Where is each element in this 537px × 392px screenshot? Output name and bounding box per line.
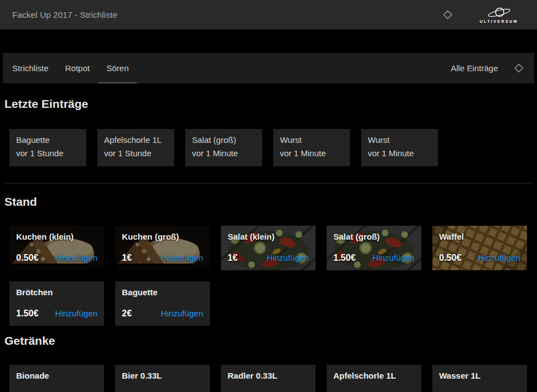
recent-entries-title: Letzte Einträge [4, 97, 537, 111]
product-name: Baguette [122, 287, 203, 297]
product-card-bier[interactable]: Bier 0.33L [115, 365, 210, 392]
product-name: Salat (groß) [333, 232, 415, 241]
product-card-kuchen-klein[interactable]: Kuchen (klein) 0.50€ Hinzufügen [9, 226, 104, 270]
tab-label: Rotpot [65, 63, 90, 73]
product-name: Wasser 1L [439, 371, 520, 380]
entry-name: Baguette [16, 135, 80, 145]
product-name: Brötchen [16, 287, 97, 297]
product-content: Baguette 2€ Hinzufügen [115, 281, 210, 326]
product-name: Apfelschorle 1L [333, 371, 415, 380]
product-name: Kuchen (groß) [122, 232, 203, 241]
product-price: 1.50€ [333, 253, 356, 263]
tab-label: Sören [106, 63, 129, 73]
add-button[interactable]: Hinzufügen [55, 309, 97, 318]
product-content: Kuchen (klein) 0.50€ Hinzufügen [9, 226, 104, 270]
entry-time: vor 1 Stunde [104, 148, 167, 158]
product-content: Bier 0.33L [115, 365, 210, 392]
product-content: Apfelschorle 1L [327, 365, 421, 392]
add-button[interactable]: Hinzufügen [55, 253, 97, 262]
product-card-salat-gross[interactable]: Salat (groß) 1.50€ Hinzufügen [327, 226, 421, 270]
product-name: Bionade [16, 371, 97, 380]
product-bottom: 1.50€ Hinzufügen [333, 253, 415, 263]
add-button[interactable]: Hinzufügen [267, 253, 309, 262]
product-card-wasser[interactable]: Wasser 1L [432, 365, 527, 392]
product-card-salat-klein[interactable]: Salat (klein) 1€ Hinzufügen [221, 226, 316, 270]
product-content: Wasser 1L [432, 365, 527, 392]
product-price: 1€ [228, 253, 238, 263]
product-bottom: 2€ Hinzufügen [122, 309, 203, 319]
product-bottom: 1.50€ Hinzufügen [16, 309, 97, 319]
topbar: Fackel Up 2017 - Strichliste ULTIVERSUM [0, 0, 537, 29]
product-name: Radler 0.33L [228, 371, 309, 380]
product-name: Kuchen (klein) [16, 232, 97, 241]
recent-entries-row: Baguette vor 1 Stunde Apfelschorle 1L vo… [9, 129, 537, 166]
product-price: 0.50€ [16, 253, 38, 263]
product-bottom: 1€ Hinzufügen [228, 253, 309, 263]
topbar-right-group: ULTIVERSUM [445, 7, 518, 23]
recent-entry[interactable]: Baguette vor 1 Stunde [9, 129, 86, 166]
product-price: 1.50€ [16, 309, 38, 319]
ultiversum-logo: ULTIVERSUM [480, 7, 518, 23]
product-content: Brötchen 1.50€ Hinzufügen [9, 281, 104, 326]
add-button[interactable]: Hinzufügen [161, 309, 203, 318]
tab-strichliste[interactable]: Strichliste [4, 53, 57, 83]
entry-time: vor 1 Minute [192, 148, 255, 158]
stand-row-1: Kuchen (klein) 0.50€ Hinzufügen Kuchen (… [9, 226, 537, 270]
app-title: Fackel Up 2017 - Strichliste [12, 10, 117, 19]
product-card-apfelschorle[interactable]: Apfelschorle 1L [327, 365, 421, 392]
entry-name: Wurst [368, 135, 431, 145]
product-name: Salat (klein) [228, 232, 309, 241]
product-card-baguette[interactable]: Baguette 2€ Hinzufügen [115, 281, 210, 326]
entry-time: vor 1 Minute [280, 148, 343, 158]
product-bottom: 0.50€ Hinzufügen [439, 253, 520, 263]
brand-name: ULTIVERSUM [480, 19, 518, 23]
tab-rotpot[interactable]: Rotpot [57, 53, 98, 83]
product-price: 1€ [122, 253, 132, 263]
product-card-kuchen-gross[interactable]: Kuchen (groß) 1€ Hinzufügen [115, 226, 210, 270]
product-price: 0.50€ [439, 253, 461, 263]
navbar-right-group: Alle Einträge [451, 53, 534, 83]
product-name: Waffel [439, 232, 520, 241]
add-button[interactable]: Hinzufügen [372, 253, 415, 262]
recent-entry[interactable]: Apfelschorle 1L vor 1 Stunde [97, 129, 174, 166]
product-content: Waffel 0.50€ Hinzufügen [432, 226, 527, 270]
product-content: Kuchen (groß) 1€ Hinzufügen [115, 226, 210, 270]
product-price: 2€ [122, 309, 132, 319]
all-entries-link[interactable]: Alle Einträge [451, 63, 498, 73]
drinks-row: Bionade Bier 0.33L Radler 0.33L Apfelsch… [9, 365, 537, 392]
add-button[interactable]: Hinzufügen [161, 253, 203, 262]
entry-name: Apfelschorle 1L [104, 135, 167, 145]
product-card-waffel[interactable]: Waffel 0.50€ Hinzufügen [432, 226, 527, 270]
section-divider [4, 183, 533, 183]
entry-name: Wurst [280, 135, 343, 145]
entry-time: vor 1 Stunde [16, 148, 80, 158]
product-content: Radler 0.33L [221, 365, 316, 392]
product-content: Salat (groß) 1.50€ Hinzufügen [327, 226, 421, 270]
diamond-icon[interactable] [515, 64, 524, 73]
stand-title: Stand [4, 195, 537, 209]
product-card-bionade[interactable]: Bionade [9, 365, 104, 392]
product-card-broetchen[interactable]: Brötchen 1.50€ Hinzufügen [9, 281, 104, 326]
diamond-icon[interactable] [444, 11, 452, 19]
product-name: Bier 0.33L [122, 371, 203, 380]
tab-label: Strichliste [12, 63, 48, 73]
add-button[interactable]: Hinzufügen [478, 253, 520, 262]
drinks-title: Getränke [4, 334, 537, 348]
product-card-radler[interactable]: Radler 0.33L [221, 365, 316, 392]
entry-time: vor 1 Minute [368, 148, 431, 158]
entry-name: Salat (groß) [192, 135, 255, 145]
ringed-planet-icon [484, 7, 514, 19]
tab-soeren[interactable]: Sören [98, 53, 137, 83]
stand-row-2: Brötchen 1.50€ Hinzufügen Baguette 2€ Hi… [9, 281, 537, 326]
product-content: Bionade [9, 365, 104, 392]
recent-entry[interactable]: Wurst vor 1 Minute [273, 129, 350, 166]
recent-entry[interactable]: Salat (groß) vor 1 Minute [185, 129, 262, 166]
navbar: Strichliste Rotpot Sören Alle Einträge [3, 53, 534, 83]
product-content: Salat (klein) 1€ Hinzufügen [221, 226, 316, 270]
product-bottom: 0.50€ Hinzufügen [16, 253, 97, 263]
product-bottom: 1€ Hinzufügen [122, 253, 203, 263]
recent-entry[interactable]: Wurst vor 1 Minute [361, 129, 438, 166]
